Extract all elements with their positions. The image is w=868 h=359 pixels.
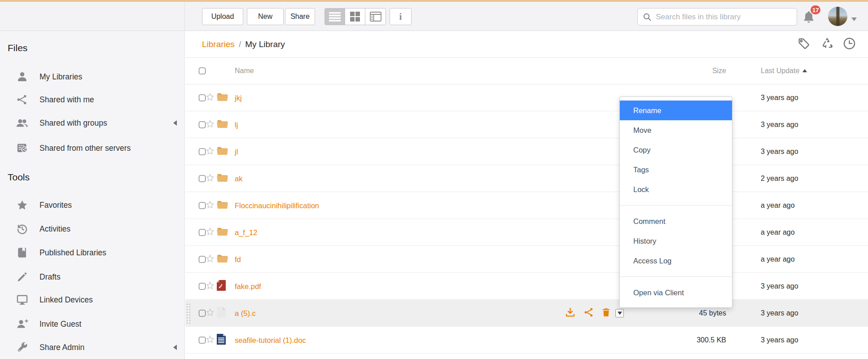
file-name-link[interactable]: jl — [235, 147, 238, 156]
download-icon[interactable] — [565, 306, 576, 320]
row-checkbox[interactable] — [199, 202, 206, 209]
row-checkbox[interactable] — [199, 121, 206, 128]
row-checkbox[interactable] — [199, 337, 206, 343]
star-outline-icon[interactable] — [206, 308, 215, 319]
table-row[interactable]: jl 3 years ago — [185, 138, 868, 165]
sidebar-item-my-libraries[interactable]: My Libraries — [0, 69, 184, 85]
sidebar-item-shared-with-me[interactable]: Shared with me — [0, 92, 184, 108]
list-view-icon[interactable] — [325, 9, 345, 25]
table-row-hovered[interactable]: a (5).c 45 bytes 3 years ago — [185, 300, 868, 327]
table-row[interactable]: jkj 3 years ago — [185, 84, 868, 111]
star-outline-icon[interactable] — [206, 335, 215, 346]
menu-item-access-log[interactable]: Access Log — [620, 251, 732, 271]
table-row[interactable]: a_f_12 a year ago — [185, 219, 868, 246]
table-row[interactable]: seafile-tutorial (1).doc 300.5 KB 3 year… — [185, 327, 868, 354]
row-checkbox[interactable] — [199, 229, 206, 236]
menu-item-rename[interactable]: Rename — [620, 101, 732, 120]
recycle-icon[interactable] — [820, 37, 834, 52]
last-update: 3 years ago — [761, 336, 798, 344]
share-icon[interactable] — [583, 307, 594, 320]
pdf-file-icon — [217, 280, 226, 293]
breadcrumb-libraries-link[interactable]: Libraries — [202, 39, 235, 49]
detail-view-glyph — [370, 12, 381, 22]
sidebar-item-published-libraries[interactable]: Published Libraries — [0, 245, 184, 261]
sidebar-item-favorites[interactable]: Favorites — [0, 197, 184, 213]
server-share-icon — [16, 142, 28, 154]
info-button[interactable]: i — [390, 8, 412, 25]
sidebar-heading-files: Files — [8, 43, 27, 53]
column-header-last-update[interactable]: Last Update — [761, 67, 807, 75]
search-input[interactable] — [656, 13, 791, 22]
new-button[interactable]: New — [247, 8, 284, 25]
row-checkbox[interactable] — [199, 148, 206, 155]
file-name-link[interactable]: fake.pdf — [235, 282, 261, 290]
menu-item-history[interactable]: History — [620, 231, 732, 251]
menu-item-move[interactable]: Move — [620, 120, 732, 140]
upload-button[interactable]: Upload — [202, 8, 243, 25]
app-logo[interactable] — [11, 5, 44, 24]
detail-view-icon[interactable] — [365, 9, 386, 25]
menu-item-tags[interactable]: Tags — [620, 160, 732, 180]
row-checkbox[interactable] — [199, 310, 206, 316]
star-outline-icon[interactable] — [206, 146, 215, 157]
file-name-link[interactable]: ak — [235, 174, 242, 183]
file-list: jkj 3 years ago lj 3 years ago jl 3 year… — [185, 84, 868, 354]
share-button[interactable]: Share — [285, 8, 315, 25]
column-header-last-update-label: Last Update — [761, 67, 799, 74]
collapse-left-arrow-icon[interactable] — [171, 345, 177, 350]
sidebar-heading-tools: Tools — [8, 172, 30, 183]
star-icon — [16, 199, 28, 211]
account-menu-caret-icon[interactable] — [851, 18, 857, 24]
sidebar-item-shared-with-groups[interactable]: Shared with groups — [0, 115, 184, 131]
avatar[interactable] — [828, 7, 847, 26]
menu-divider — [620, 205, 732, 206]
sidebar-item-invite-guest[interactable]: Invite Guest — [0, 316, 184, 332]
grid-view-icon[interactable] — [345, 9, 365, 25]
file-name-link[interactable]: a (5).c — [235, 309, 256, 317]
sidebar-item-linked-devices[interactable]: Linked Devices — [0, 292, 184, 308]
tag-icon[interactable] — [797, 37, 811, 52]
row-checkbox[interactable] — [199, 256, 206, 263]
collapse-left-arrow-icon[interactable] — [171, 120, 177, 126]
sidebar: Files My Libraries Shared with me Shared — [0, 31, 185, 359]
star-outline-icon[interactable] — [206, 254, 215, 265]
file-name-link[interactable]: a_f_12 — [235, 228, 257, 236]
menu-item-open-via-client[interactable]: Open via Client — [620, 283, 732, 302]
file-name-link[interactable]: seafile-tutorial (1).doc — [235, 336, 306, 344]
file-size: 300.5 KB — [697, 336, 726, 344]
file-name-link[interactable]: jkj — [235, 93, 242, 102]
sidebar-item-activities[interactable]: Activities — [0, 221, 184, 237]
menu-item-lock[interactable]: Lock — [620, 180, 732, 199]
select-all-checkbox[interactable] — [199, 68, 206, 74]
row-checkbox[interactable] — [199, 283, 206, 289]
table-row[interactable]: ak 2 years ago — [185, 165, 868, 192]
delete-icon[interactable] — [601, 307, 611, 320]
sidebar-item-label: Activities — [39, 224, 70, 234]
drag-handle[interactable] — [186, 303, 192, 324]
file-name-link[interactable]: fd — [235, 255, 241, 263]
star-outline-icon[interactable] — [206, 119, 215, 130]
table-row[interactable]: lj 3 years ago — [185, 111, 868, 138]
last-update: 3 years ago — [761, 309, 798, 317]
table-row[interactable]: Floccinaucinihilipilification a year ago — [185, 192, 868, 219]
star-outline-icon[interactable] — [206, 92, 215, 103]
folder-icon — [217, 227, 228, 238]
last-update: a year ago — [761, 228, 795, 236]
file-name-link[interactable]: Floccinaucinihilipilification — [235, 201, 319, 210]
clock-icon[interactable] — [842, 36, 856, 52]
star-outline-icon[interactable] — [206, 281, 215, 292]
menu-item-copy[interactable]: Copy — [620, 140, 732, 160]
sidebar-item-drafts[interactable]: Drafts — [0, 269, 184, 285]
star-outline-icon[interactable] — [206, 173, 215, 184]
row-checkbox[interactable] — [199, 175, 206, 182]
star-outline-icon[interactable] — [206, 227, 215, 238]
sidebar-item-shared-from-other-servers[interactable]: Shared from other servers — [0, 140, 184, 156]
file-name-link[interactable]: lj — [235, 120, 238, 129]
more-actions-dropdown-toggle[interactable] — [615, 309, 624, 317]
menu-item-comment[interactable]: Comment — [620, 211, 732, 231]
sidebar-item-share-admin[interactable]: Share Admin — [0, 339, 184, 355]
table-row[interactable]: fd a year ago — [185, 246, 868, 273]
star-outline-icon[interactable] — [206, 200, 215, 211]
row-checkbox[interactable] — [199, 94, 206, 101]
table-row[interactable]: fake.pdf 3 years ago — [185, 273, 868, 300]
